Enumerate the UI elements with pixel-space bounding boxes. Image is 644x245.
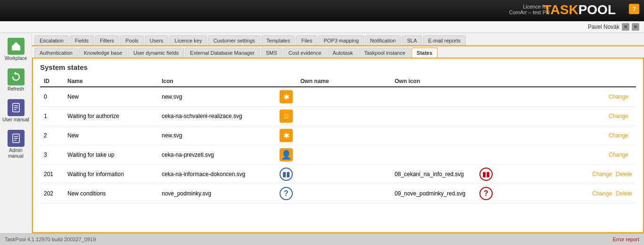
col-header-ownname: Own name — [297, 76, 391, 87]
col-header-ownicon-preview — [476, 76, 496, 87]
tab-row1-users[interactable]: Users — [145, 35, 169, 45]
cell-actions: Change — [496, 87, 636, 107]
table-row: 0Newnew.svg✱Change — [40, 87, 636, 107]
cell-id: 3 — [40, 145, 64, 165]
tab-row1-customer-settings[interactable]: Customer settings — [208, 35, 260, 45]
smile-icon: ☺ — [280, 110, 293, 123]
question-red-icon: ? — [479, 187, 493, 200]
tab-row1-pools[interactable]: Pools — [120, 35, 144, 45]
cell-icon-name: ceka-na-informace-dokoncen.svg — [158, 165, 276, 184]
tab-row2-sms[interactable]: SMS — [261, 48, 282, 58]
tab-row1-sla[interactable]: SLA — [402, 35, 422, 45]
col-header-icon-preview — [276, 76, 297, 87]
cell-name: Waiting for authorize — [64, 107, 158, 126]
cell-own-icon-preview — [476, 107, 496, 126]
tab-row1-files[interactable]: Files — [296, 35, 317, 45]
table-row: 3Waiting for take upceka-na-prevzeti.svg… — [40, 145, 636, 165]
error-report[interactable]: Error report — [613, 237, 639, 242]
cell-name: New conditions — [64, 184, 158, 203]
main-layout: Workplace Refresh User manual Admin manu… — [0, 33, 644, 233]
tab-row2-user-dynamic-fields[interactable]: User dynamic fields — [128, 48, 184, 58]
cell-icon-preview: ☺ — [276, 107, 297, 126]
table-row: 202New conditionsnove_podminky.svg?09_no… — [40, 184, 636, 203]
cell-own-name — [297, 87, 391, 107]
question-blue-icon: ? — [280, 187, 293, 200]
change-link[interactable]: Change — [609, 93, 628, 100]
change-link[interactable]: Change — [609, 132, 628, 139]
workplace-icon — [8, 38, 25, 55]
tab-row1-escalation[interactable]: Escalation — [34, 35, 69, 45]
col-header-icon: Icon — [158, 76, 276, 87]
cell-actions: ChangeDelete — [496, 165, 636, 184]
cell-icon-preview: ✱ — [276, 126, 297, 145]
tab-row1-notification[interactable]: Notification — [365, 35, 401, 45]
header: Licence for: ComArr – test PN TASKPOOL ? — [0, 0, 644, 21]
states-table: ID Name Icon Own name Own icon 0Newnew.s… — [40, 76, 636, 203]
cell-own-name — [297, 165, 391, 184]
cell-icon-preview: ▮▮ — [276, 165, 297, 184]
pause-red-icon: ▮▮ — [479, 168, 493, 181]
col-header-ownicon-name: Own icon — [391, 76, 476, 87]
tab-row2-states[interactable]: States — [412, 48, 438, 58]
logo-task: TASK — [544, 2, 578, 17]
person-icon: 👤 — [280, 148, 293, 161]
change-link[interactable]: Change — [609, 152, 628, 158]
col-header-id: ID — [40, 76, 64, 87]
cell-actions: Change — [496, 126, 636, 145]
cell-own-name — [297, 126, 391, 145]
content-area: EscalationFieldsFiltersPoolsUsersLicence… — [32, 33, 644, 233]
change-link[interactable]: Change — [592, 171, 612, 177]
user-icon-2[interactable]: ✕ — [632, 23, 639, 31]
cell-icon-name: new.svg — [158, 87, 276, 107]
sidebar: Workplace Refresh User manual Admin manu… — [0, 33, 32, 233]
tab-row2-external-database-manager[interactable]: External Database Manager — [185, 48, 260, 58]
tab-row1-e-mail-reports[interactable]: E-mail reports — [423, 35, 465, 45]
cell-own-icon-name: 08_cekani_na_info_red.svg — [391, 165, 476, 184]
cell-icon-preview: ✱ — [276, 87, 297, 107]
cell-id: 2 — [40, 126, 64, 145]
cell-own-icon-preview — [476, 126, 496, 145]
logo: TASKPOOL — [544, 2, 616, 17]
change-link[interactable]: Change — [609, 113, 628, 119]
cell-actions: ChangeDelete — [496, 184, 636, 203]
tab-row1-filters[interactable]: Filters — [95, 35, 119, 45]
cell-id: 0 — [40, 87, 64, 107]
delete-link[interactable]: Delete — [616, 171, 632, 177]
sidebar-item-refresh[interactable]: Refresh — [0, 66, 32, 94]
tab-row2-taskpool-instance[interactable]: Taskpool instance — [359, 48, 410, 58]
cell-own-icon-preview — [476, 145, 496, 165]
tab-row1-templates[interactable]: Templates — [261, 35, 295, 45]
cell-id: 201 — [40, 165, 64, 184]
cell-name: New — [64, 87, 158, 107]
svg-marker-2 — [14, 72, 16, 75]
cell-own-icon-preview: ▮▮ — [476, 165, 496, 184]
tab-row2-knowledge-base[interactable]: Knowledge base — [79, 48, 127, 58]
tab-row2-authentication[interactable]: Authentication — [34, 48, 78, 58]
cell-own-icon-name — [391, 87, 476, 107]
help-icon[interactable]: ? — [629, 4, 639, 14]
cell-own-name — [297, 107, 391, 126]
tab-row1-fields[interactable]: Fields — [70, 35, 94, 45]
cell-name: New — [64, 126, 158, 145]
sidebar-item-admin-manual[interactable]: Admin manual — [0, 127, 32, 161]
sidebar-item-user-manual[interactable]: User manual — [0, 97, 32, 125]
user-icon-1[interactable]: ✕ — [622, 23, 629, 31]
svg-rect-0 — [12, 46, 20, 51]
pause-blue-icon: ▮▮ — [280, 168, 293, 181]
cell-own-icon-name — [391, 145, 476, 165]
change-link[interactable]: Change — [592, 190, 612, 197]
tab-row1-licence-key[interactable]: Licence key — [169, 35, 207, 45]
tabs-row2: AuthenticationKnowledge baseUser dynamic… — [32, 46, 644, 59]
svg-marker-1 — [12, 42, 20, 46]
tab-row1-pop3-mapping[interactable]: POP3 mapping — [318, 35, 364, 45]
tab-row2-autotask[interactable]: Autotask — [328, 48, 358, 58]
col-header-actions — [496, 76, 636, 87]
table-row: 1Waiting for authorizeceka-na-schvaleni-… — [40, 107, 636, 126]
sidebar-item-workplace[interactable]: Workplace — [0, 35, 32, 64]
cell-own-name — [297, 184, 391, 203]
delete-link[interactable]: Delete — [616, 190, 632, 197]
user-bar: Pavel Novák ✕ ✕ — [0, 21, 644, 33]
workplace-label: Workplace — [5, 56, 27, 61]
cell-own-name — [297, 145, 391, 165]
tab-row2-cost-evidence[interactable]: Cost evidence — [283, 48, 327, 58]
